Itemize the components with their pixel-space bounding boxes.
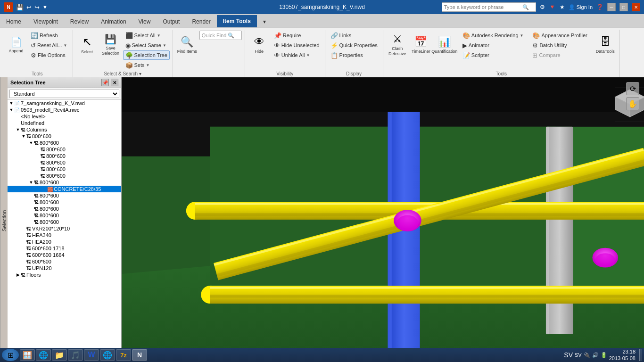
tree-item-800x600-9[interactable]: 🏗 800*600 — [8, 192, 121, 199]
compare-button[interactable]: ⊞ Compare — [530, 50, 589, 60]
taskbar-file-explorer[interactable]: 📁 — [52, 349, 67, 361]
tab-view[interactable]: View — [132, 15, 157, 27]
tree-item-upn120[interactable]: 🏗 UPN120 — [8, 265, 121, 272]
batch-utility-button[interactable]: ⚙ Batch Utility — [530, 41, 589, 50]
tab-home[interactable]: Home — [0, 15, 27, 27]
tree-item-concrete[interactable]: 🧱 CONCRETE/C28/35 — [8, 186, 121, 192]
orbit-button[interactable]: ⟳ — [626, 82, 639, 95]
taskbar-chrome[interactable]: 🌐 — [100, 349, 115, 361]
tab-item-tools[interactable]: Item Tools — [217, 15, 257, 27]
tree-item-hea340[interactable]: 🏗 HEA340 — [8, 232, 121, 239]
help-button[interactable]: ❓ — [596, 4, 603, 10]
selection-tab[interactable]: Selection — [0, 77, 8, 362]
select-all-button[interactable]: ⬛ Select All ▼ — [123, 31, 170, 40]
tab-extra[interactable]: ▾ — [257, 15, 272, 27]
tree-item-800x600-8[interactable]: ▼ 🏗 800*600 — [8, 179, 121, 186]
tree-item-800x600-1[interactable]: ▼ 🏗 800*600 — [8, 133, 121, 140]
taskbar-ie[interactable]: 🌐 — [36, 349, 51, 361]
tree-item-800x600-12[interactable]: 🏗 800*600 — [8, 212, 121, 219]
viewport[interactable]: ⟳ ✋ — [122, 77, 644, 362]
quick-properties-button[interactable]: ⚡ Quick Properties — [328, 41, 380, 50]
tree-item-800x600-10[interactable]: 🏗 800*600 — [8, 199, 121, 206]
panel-close-button[interactable]: ✕ — [111, 79, 118, 86]
tab-animation[interactable]: Animation — [95, 15, 132, 27]
quantification-button[interactable]: 📊 Quantification — [433, 31, 456, 59]
quick-access-redo[interactable]: ↪ — [34, 4, 40, 11]
hide-unselected-button[interactable]: 👁 Hide Unselected — [272, 41, 322, 50]
minimize-button[interactable]: ─ — [607, 3, 616, 11]
show-desktop-btn[interactable] — [639, 349, 642, 361]
tab-viewpoint[interactable]: Viewpoint — [27, 15, 64, 27]
properties-button[interactable]: 📋 Properties — [328, 50, 380, 60]
toggle-800x600-2[interactable]: ▼ — [28, 140, 34, 145]
animator-button[interactable]: ▶ Animator — [460, 41, 526, 50]
tree-item-nolevel[interactable]: <No level> — [8, 113, 121, 120]
select-same-button[interactable]: ◉ Select Same ▼ — [123, 41, 170, 50]
sets-button[interactable]: 📦 Sets ▼ — [123, 60, 170, 70]
tree-item-600x600-1[interactable]: 🏗 600*600 1718 — [8, 245, 121, 252]
tree-item-columns[interactable]: ▼ 🏗 Columns — [8, 126, 121, 133]
toggle-columns[interactable]: ▼ — [15, 127, 21, 132]
quick-access-save[interactable]: 💾 — [16, 4, 24, 11]
appearance-profiler-button[interactable]: 🎨 Appearance Profiler — [530, 31, 589, 40]
tree-item-800x600-4[interactable]: 🏗 800*600 — [8, 153, 121, 159]
search-filter[interactable]: 🔻 — [549, 4, 556, 10]
hide-button[interactable]: 👁 Hide — [248, 31, 271, 59]
close-button[interactable]: ✕ — [632, 3, 640, 11]
selection-tree-button[interactable]: 🌳 Selection Tree — [123, 50, 170, 60]
toggle-800x600-8[interactable]: ▼ — [28, 180, 34, 185]
toggle-floors[interactable]: ▶ — [15, 272, 21, 277]
tab-review[interactable]: Review — [64, 15, 95, 27]
datatools-button[interactable]: 🗄 DataTools — [594, 31, 617, 59]
tree-item-800x600-7[interactable]: 🏗 800*600 — [8, 173, 121, 179]
tab-render[interactable]: Render — [186, 15, 216, 27]
tree-item-800x600-6[interactable]: 🏗 800*600 — [8, 166, 121, 173]
taskbar-media[interactable]: 🎵 — [68, 349, 83, 361]
favorites-icon[interactable]: ★ — [560, 4, 565, 10]
save-selection-button[interactable]: 💾 SaveSelection — [99, 31, 122, 59]
taskbar-explorer[interactable]: 🪟 — [20, 349, 35, 361]
autodesk-rendering-button[interactable]: 🎨 Autodesk Rendering ▼ — [460, 31, 526, 40]
toggle-file2[interactable]: ▼ — [8, 107, 14, 112]
select-button[interactable]: ↖ Select — [76, 31, 99, 59]
start-button[interactable]: ⊞ — [2, 349, 19, 361]
refresh-button[interactable]: 🔄 Refresh — [28, 31, 70, 40]
search-bar[interactable]: 🔍 — [442, 2, 536, 12]
unhide-all-button[interactable]: 👁 Unhide All ▼ — [272, 50, 322, 60]
quick-find-input-wrap[interactable]: Quick Find 🔍 — [199, 31, 242, 40]
tree-view-select[interactable]: Standard Compact Properties Sets — [9, 90, 119, 98]
search-input[interactable] — [442, 4, 522, 10]
tree-item-600x600-2[interactable]: 🏗 600*600 1664 — [8, 252, 121, 258]
pan-button[interactable]: ✋ — [626, 97, 639, 110]
tree-item-vkr[interactable]: 🏗 VKR200*120*10 — [8, 225, 121, 232]
tree-item-floors[interactable]: ▶ 🏗 Floors — [8, 272, 121, 278]
scripter-button[interactable]: 📝 Scripter — [460, 50, 526, 60]
file-options-button[interactable]: ⚙ File Options — [28, 50, 70, 60]
taskbar-navisworks[interactable]: N — [132, 349, 147, 361]
taskbar-7zip[interactable]: 7z — [116, 349, 131, 361]
quick-access-undo[interactable]: ↩ — [26, 4, 32, 11]
tree-item-800x600-3[interactable]: 🏗 800*600 — [8, 146, 121, 153]
tree-item-undefined[interactable]: Undefined — [8, 120, 121, 126]
reset-all-button[interactable]: ↺ Reset All... ▼ — [28, 41, 70, 50]
panel-pin-button[interactable]: 📌 — [101, 79, 109, 86]
sign-in-button[interactable]: 👤 Sign In — [569, 4, 593, 10]
tree-item-800x600-13[interactable]: 🏗 800*600 — [8, 219, 121, 225]
tree-item-file2[interactable]: ▼ 📄 0503_modell_RevitA.nwc — [8, 107, 121, 113]
timeliner-button[interactable]: 📅 TimeLiner — [410, 31, 432, 59]
require-button[interactable]: 📌 Require — [272, 31, 322, 40]
toggle-file1[interactable]: ▼ — [8, 101, 14, 106]
clash-detective-button[interactable]: ⚔ ClashDetective — [386, 31, 409, 59]
tree-item-file1[interactable]: ▼ 📄 7_samgranskning_K_V.nwd — [8, 100, 121, 107]
taskbar-word[interactable]: W — [84, 349, 99, 361]
tree-container[interactable]: ▼ 📄 7_samgranskning_K_V.nwd ▼ 📄 0503_mod… — [8, 100, 121, 356]
search-tools[interactable]: ⚙ — [540, 4, 545, 10]
tree-item-800x600-5[interactable]: 🏗 800*600 — [8, 159, 121, 166]
append-button[interactable]: 📄 Append — [5, 31, 27, 59]
tab-output[interactable]: Output — [157, 15, 186, 27]
tree-item-600x600-3[interactable]: 🏗 600*600 — [8, 258, 121, 265]
toggle-800x600-1[interactable]: ▼ — [21, 134, 26, 139]
find-items-button[interactable]: 🔍 Find Items — [176, 31, 198, 59]
restore-button[interactable]: □ — [619, 3, 628, 11]
links-button[interactable]: 🔗 Links — [328, 31, 380, 40]
